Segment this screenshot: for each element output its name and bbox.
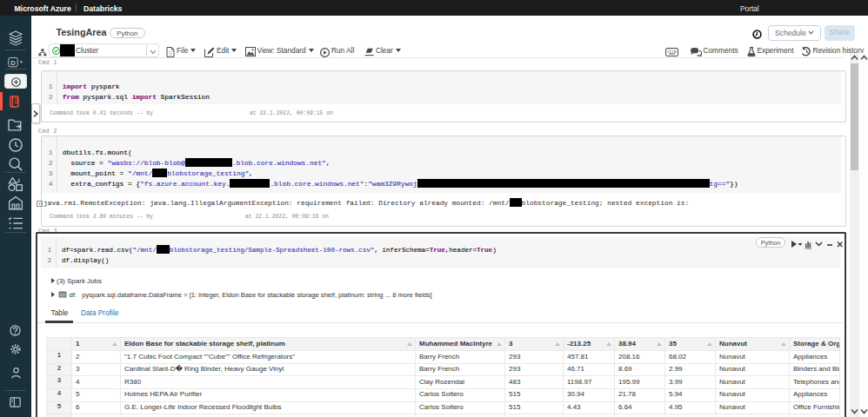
- svg-text:D: D: [10, 59, 16, 67]
